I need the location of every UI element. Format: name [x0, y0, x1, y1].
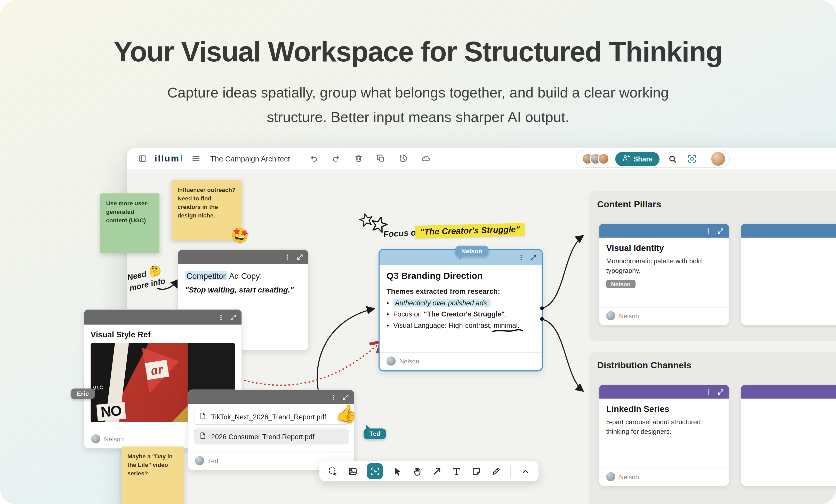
pinned-card-visual-identity[interactable]: Visual Identity Monochromatic palette wi…	[600, 224, 729, 325]
collage-text: ar	[145, 360, 169, 380]
star-struck-emoji: 🤩	[229, 224, 251, 248]
undo-button[interactable]	[307, 152, 321, 166]
card-title: LinkedIn Series	[606, 404, 722, 414]
card-research-files[interactable]: TikTok_Next_2026_Trend_Report.pdf 2026 C…	[188, 389, 355, 470]
connection-handle[interactable]	[540, 317, 544, 321]
canvas-toolbar	[319, 461, 538, 481]
marquee-select-tool[interactable]	[327, 466, 338, 477]
card-subtitle: Themes extracted from research:	[386, 287, 535, 295]
author-avatar	[195, 456, 204, 465]
history-button[interactable]	[397, 152, 411, 166]
bullet-text: Visual Language: High-contrast,	[393, 322, 494, 329]
file-name: 2026 Consumer Trend Report.pdf	[211, 432, 314, 441]
smart-select-tool[interactable]	[367, 463, 383, 479]
sticky-text: Maybe a "Day in the Life" video series?	[128, 453, 173, 477]
pinned-card-linkedin-series[interactable]: LinkedIn Series 5-part carousel about st…	[600, 385, 729, 486]
card-header	[188, 390, 354, 404]
presence-tag-eric: Eric	[71, 388, 95, 399]
author-avatar	[386, 356, 396, 366]
cursor-tag-nelson: Nelson	[455, 246, 489, 256]
logo-text: illum	[155, 153, 179, 163]
collapse-toolbar-button[interactable]	[520, 466, 531, 477]
card-q3-branding-direction[interactable]: Q3 Branding Direction Themes extracted f…	[379, 249, 543, 371]
kebab-menu-icon[interactable]	[518, 254, 525, 261]
sticky-note-video-series[interactable]: Maybe a "Day in the Life" video series?	[121, 447, 184, 504]
text-tool[interactable]	[451, 466, 462, 477]
highlighted-word: Competitor	[185, 271, 227, 280]
connection-handle[interactable]	[540, 306, 544, 310]
expand-icon[interactable]	[230, 314, 237, 321]
author-name: Nelson	[619, 473, 639, 481]
section-heading: Distribution Channels	[589, 352, 836, 371]
file-attachment-row[interactable]: TikTok_Next_2026_Trend_Report.pdf	[193, 409, 348, 425]
kebab-menu-icon[interactable]	[705, 388, 712, 395]
sync-cloud-button[interactable]	[419, 152, 433, 166]
share-label: Share	[633, 155, 653, 163]
section-heading: Content Pillars	[589, 191, 836, 210]
kebab-menu-icon[interactable]	[284, 254, 291, 260]
card-header	[84, 310, 242, 325]
list-item: Focus on "The Creator's Struggle".	[386, 310, 535, 318]
highlighted-bullet: Authenticity over polished ads.	[393, 299, 491, 307]
card-footer: Nelson	[600, 307, 729, 325]
sticky-note-green[interactable]: Use more user-generated content (UGC)	[100, 193, 159, 253]
hand-tool[interactable]	[412, 466, 422, 477]
card-text: Monochromatic palette with bold typograp…	[606, 256, 722, 276]
bullet-text: .	[505, 310, 507, 318]
expand-icon[interactable]	[717, 388, 724, 395]
card-header	[741, 224, 836, 238]
delete-button[interactable]	[352, 152, 366, 166]
sticky-text: Use more user-generated content (UGC)	[106, 200, 149, 224]
duplicate-button[interactable]	[374, 152, 388, 166]
sticky-note-tool[interactable]	[471, 466, 481, 477]
search-button[interactable]	[665, 152, 679, 166]
bullet-text: Focus on	[393, 310, 424, 318]
card-header	[600, 224, 729, 238]
card-title: Q3 Branding Direction	[386, 271, 535, 282]
logo-mark: !	[180, 153, 184, 163]
app-logo: illum!	[155, 153, 184, 164]
pen-tool[interactable]	[491, 466, 501, 477]
topbar-actions	[307, 152, 433, 166]
expand-icon[interactable]	[342, 394, 349, 401]
card-header	[741, 385, 836, 399]
board-title[interactable]: The Campaign Architect	[210, 154, 290, 163]
kebab-menu-icon[interactable]	[705, 227, 712, 234]
pinned-card-partial-2[interactable]	[741, 385, 836, 486]
image-select-tool[interactable]	[347, 466, 358, 477]
card-header	[178, 250, 308, 264]
author-name: Nelson	[399, 357, 419, 365]
ad-copy-quote: "Stop waiting, start creating."	[185, 286, 301, 294]
collage-text: NO	[96, 402, 126, 421]
arrow-tool[interactable]	[432, 466, 442, 477]
sticky-note-influencer[interactable]: Influencer outreach? Need to find creato…	[172, 180, 242, 239]
cursor-tool[interactable]	[392, 466, 402, 477]
redo-button[interactable]	[329, 152, 343, 166]
sidebar-toggle-button[interactable]	[135, 152, 149, 166]
expand-icon[interactable]	[530, 254, 537, 261]
author-name: Nelson	[104, 435, 124, 443]
menu-button[interactable]	[189, 152, 203, 166]
author-avatar	[91, 434, 100, 443]
author-avatar	[606, 472, 615, 481]
share-button[interactable]: Share	[615, 152, 660, 166]
card-footer: Nelson	[380, 352, 542, 370]
collaborator-avatar-3[interactable]	[597, 153, 609, 164]
kebab-menu-icon[interactable]	[330, 394, 337, 401]
card-title: Competitor Ad Copy:	[185, 271, 301, 280]
app-topbar: illum! The Campaign Architect	[127, 148, 836, 170]
kebab-menu-icon[interactable]	[217, 314, 225, 321]
ai-lens-button[interactable]	[685, 152, 699, 166]
sticky-text: Influencer outreach? Need to find creato…	[177, 187, 235, 218]
pinned-card-partial-1[interactable]	[741, 224, 836, 325]
card-title: Visual Style Ref	[91, 330, 235, 339]
section-distribution-channels: Distribution Channels LinkedIn Series 5-…	[589, 352, 836, 504]
file-attachment-row[interactable]: 2026 Consumer Trend Report.pdf	[193, 428, 348, 444]
thumbs-up-emoji: 👍	[335, 402, 359, 425]
collaborator-avatars[interactable]	[582, 153, 609, 164]
user-avatar[interactable]	[711, 152, 725, 166]
expand-icon[interactable]	[297, 254, 303, 260]
title-rest: Ad Copy:	[227, 271, 262, 280]
expand-icon[interactable]	[717, 227, 724, 234]
document-icon	[199, 432, 207, 441]
